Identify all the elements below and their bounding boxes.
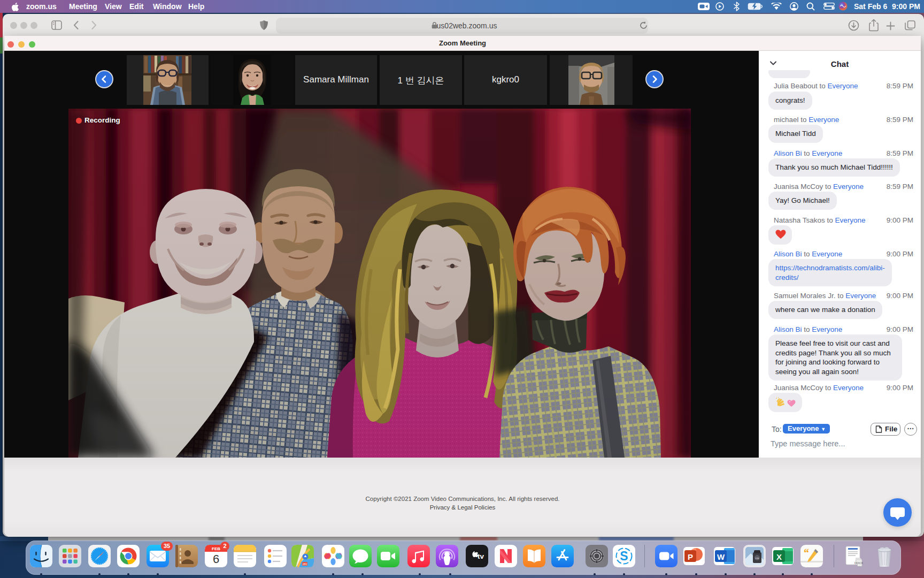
svg-text:P: P <box>688 552 693 561</box>
svg-text:DOCX: DOCX <box>854 561 863 565</box>
svg-text:“: “ <box>804 547 809 559</box>
svg-text:tv: tv <box>478 552 484 560</box>
svg-text:S: S <box>620 549 628 563</box>
svg-text:ink: ink <box>755 557 760 560</box>
svg-text:280: 280 <box>303 562 307 566</box>
svg-text:FEB: FEB <box>212 546 220 551</box>
svg-text:W: W <box>717 552 725 561</box>
svg-text:X: X <box>776 552 782 561</box>
svg-text:6: 6 <box>213 552 219 566</box>
